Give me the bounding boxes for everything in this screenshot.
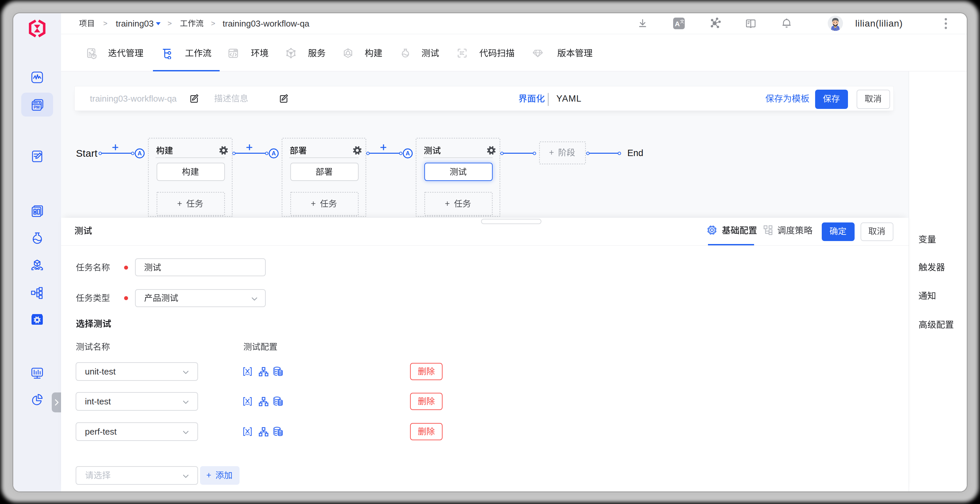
svg-text:PM: PM <box>34 105 40 110</box>
svg-text:A: A <box>675 20 680 27</box>
